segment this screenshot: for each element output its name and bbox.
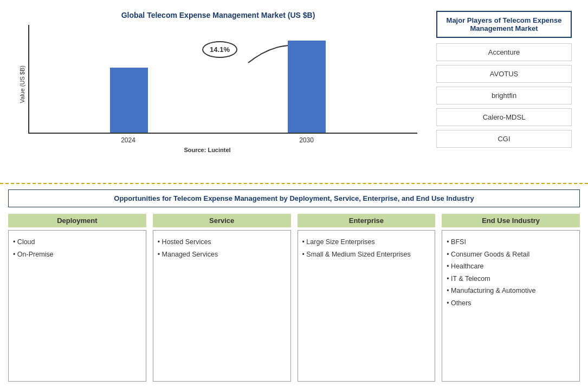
major-players-area: Major Players of Telecom Expense Managem…: [428, 5, 580, 178]
source-text: Source: Lucintel: [184, 147, 252, 153]
list-item: Manufacturing & Automotive: [447, 285, 575, 297]
deployment-content: Cloud On-Premise: [8, 230, 146, 382]
player-brightfin: brightfin: [436, 87, 572, 104]
end-use-content: BFSI Consumer Goods & Retail Healthcare …: [442, 230, 580, 382]
enterprise-content: Large Size Enterprises Small & Medium Si…: [298, 230, 436, 382]
list-item: Small & Medium Sized Enterprises: [302, 248, 431, 261]
categories-row: Deployment Cloud On-Premise Service Host…: [8, 214, 580, 382]
x-label-2030: 2030: [288, 136, 326, 144]
chart-area: Global Telecom Expense Management Market…: [8, 5, 428, 178]
list-item: BFSI: [447, 236, 575, 248]
y-axis-label: Value (US $B): [19, 65, 25, 103]
service-col: Service Hosted Services Managed Services: [153, 214, 291, 382]
end-use-col: End Use Industry BFSI Consumer Goods & R…: [442, 214, 580, 382]
enterprise-header: Enterprise: [298, 214, 436, 227]
list-item: Large Size Enterprises: [302, 236, 431, 248]
bar-2024: [110, 68, 148, 133]
bar-2030: [288, 41, 326, 133]
x-label-2024: 2024: [109, 136, 147, 144]
list-item: Cloud: [13, 236, 141, 248]
chart-title: Global Telecom Expense Management Market…: [121, 11, 315, 19]
player-cgi: CGI: [436, 130, 572, 148]
end-use-header: End Use Industry: [442, 214, 580, 227]
list-item: Hosted Services: [158, 236, 286, 248]
service-header: Service: [153, 214, 291, 227]
service-content: Hosted Services Managed Services: [153, 230, 291, 382]
bars-area: 14.1%: [28, 25, 417, 134]
bottom-section: Opportunities for Telecom Expense Manage…: [0, 184, 588, 387]
list-item: Consumer Goods & Retail: [447, 248, 575, 261]
list-item: IT & Telecom: [447, 273, 575, 285]
deployment-col: Deployment Cloud On-Premise: [8, 214, 146, 382]
player-avotus: AVOTUS: [436, 65, 572, 83]
list-item: Managed Services: [158, 248, 286, 261]
player-accenture: Accenture: [436, 43, 572, 61]
chart-inner: 14.1% 2024 2030: [28, 25, 417, 144]
opportunities-title: Opportunities for Telecom Expense Manage…: [8, 189, 580, 207]
major-players-title: Major Players of Telecom Expense Managem…: [436, 11, 572, 38]
player-calero: Calero-MDSL: [436, 108, 572, 126]
enterprise-col: Enterprise Large Size Enterprises Small …: [298, 214, 436, 382]
cagr-bubble: 14.1%: [202, 41, 237, 58]
list-item: On-Premise: [13, 248, 141, 261]
deployment-header: Deployment: [8, 214, 146, 227]
list-item: Healthcare: [447, 260, 575, 273]
x-axis-labels: 2024 2030: [28, 134, 417, 144]
list-item: Others: [447, 297, 575, 310]
